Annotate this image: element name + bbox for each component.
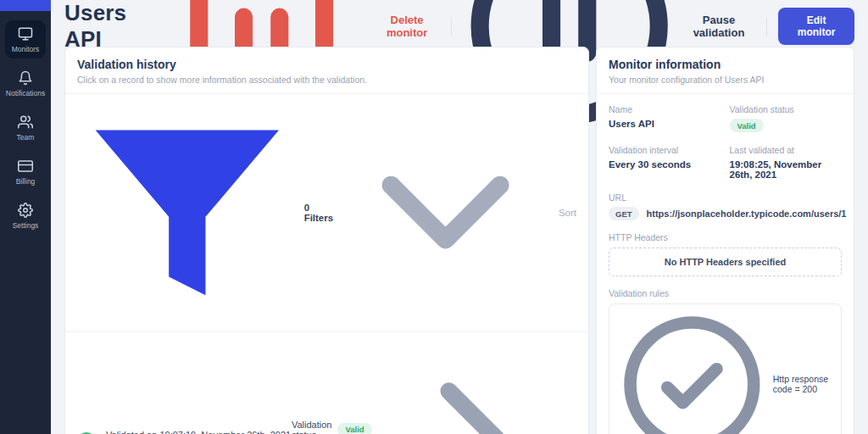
- main-area: Users API Delete monitor Pause validatio…: [51, 0, 868, 434]
- info-field-name: Name Users API: [609, 104, 721, 132]
- sort-control[interactable]: Sort: [337, 103, 576, 321]
- chevron-right-icon[interactable]: [372, 340, 576, 434]
- sidebar-nav: Monitors Notifications Team Billing Sett…: [0, 11, 51, 241]
- url-section: URL GET https://jsonplaceholder.typicode…: [609, 192, 842, 220]
- info-field-last-validated-at: Last validated at 19:08:25, November 26t…: [730, 145, 843, 180]
- credit-card-icon: [18, 159, 33, 174]
- sidebar: Monitors Notifications Team Billing Sett…: [0, 0, 51, 434]
- sidebar-item-notifications[interactable]: Notifications: [5, 64, 46, 103]
- edit-monitor-button[interactable]: Edit monitor: [778, 8, 854, 45]
- divider: [766, 17, 767, 36]
- sidebar-item-settings[interactable]: Settings: [5, 197, 46, 235]
- validation-status-label: Validation status: [292, 420, 332, 434]
- monitor-icon: [18, 26, 33, 42]
- http-headers-label: HTTP Headers: [609, 232, 842, 242]
- http-headers-section: HTTP Headers No HTTP Headers specified: [609, 232, 842, 276]
- info-field-validation-interval: Validation interval Every 30 seconds: [609, 145, 721, 180]
- validation-history-header: Validation history Click on a record to …: [65, 47, 588, 93]
- app-root: Monitors Notifications Team Billing Sett…: [0, 0, 868, 434]
- team-icon: [18, 114, 33, 130]
- monitor-info-body: Name Users API Validation status Valid V…: [597, 93, 854, 434]
- validation-history-subtitle: Click on a record to show more informati…: [77, 75, 576, 85]
- validation-rules-label: Validation rules: [609, 288, 842, 298]
- filter-sort-row: 0 Filters Sort: [65, 93, 588, 331]
- filters-control[interactable]: 0 Filters: [77, 103, 337, 323]
- valid-badge: Valid: [337, 423, 371, 434]
- validation-history-title: Validation history: [77, 58, 576, 71]
- bell-icon: [18, 70, 33, 86]
- sidebar-item-team[interactable]: Team: [5, 108, 46, 147]
- http-headers-empty-state: No HTTP Headers specified: [609, 248, 842, 276]
- right-column: Monitor information Your monitor configu…: [596, 47, 854, 434]
- monitor-info-title: Monitor information: [609, 58, 842, 71]
- page-title: Users API: [64, 0, 154, 53]
- brand-logo-block[interactable]: [0, 0, 51, 11]
- monitor-info-card: Monitor information Your monitor configu…: [596, 47, 854, 434]
- chevron-down-icon: [337, 103, 554, 321]
- filter-funnel-icon: [77, 103, 298, 323]
- sidebar-item-billing[interactable]: Billing: [5, 153, 46, 191]
- content: Validation history Click on a record to …: [64, 47, 854, 434]
- monitor-info-subtitle: Your monitor configuration of Users API: [609, 75, 842, 85]
- validation-record-row[interactable]: Validated on 19:07:19, November 26th, 20…: [65, 331, 588, 434]
- validation-rules-section: Validation rules Http response code = 20…: [609, 288, 842, 434]
- http-method-badge: GET: [609, 207, 639, 220]
- validation-history-list: Validated on 19:07:19, November 26th, 20…: [65, 331, 588, 434]
- validated-on-text: Validated on 19:07:19, November 26th, 20…: [106, 430, 292, 434]
- valid-badge: Valid: [730, 119, 764, 132]
- left-column: Validation history Click on a record to …: [64, 47, 589, 434]
- validation-rules-list: Http response code = 200 id >= 1 website…: [609, 303, 842, 434]
- validation-history-card: Validation history Click on a record to …: [64, 47, 589, 434]
- check-circle-icon: [618, 310, 766, 434]
- validation-rule-item: Http response code = 200: [609, 304, 841, 434]
- monitor-url: https://jsonplaceholder.typicode.com/use…: [647, 209, 847, 219]
- info-field-validation-status: Validation status Valid: [730, 104, 843, 132]
- page-header: Users API Delete monitor Pause validatio…: [64, 0, 854, 47]
- monitor-info-header: Monitor information Your monitor configu…: [597, 47, 854, 93]
- divider: [451, 17, 452, 36]
- url-label: URL: [609, 192, 842, 203]
- monitor-info-grid: Name Users API Validation status Valid V…: [609, 104, 842, 180]
- url-line: GET https://jsonplaceholder.typicode.com…: [609, 207, 842, 220]
- gear-icon: [18, 203, 33, 218]
- sidebar-item-monitors[interactable]: Monitors: [5, 20, 46, 58]
